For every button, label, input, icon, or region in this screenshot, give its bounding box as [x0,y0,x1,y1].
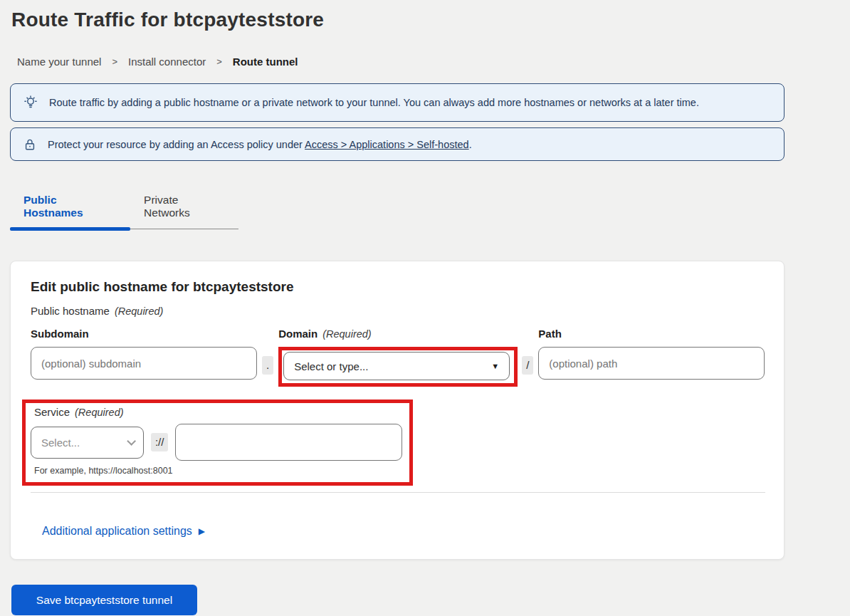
hostname-fields-row: Subdomain . Domain(Required) Select or t… [31,328,764,387]
service-url-input[interactable] [175,424,402,461]
active-tab-indicator [10,227,130,231]
service-type-value: Select... [41,437,80,449]
required-marker: (Required) [322,328,372,340]
service-controls-row: Select... :// [31,424,402,461]
info-banner-route-traffic: Route traffic by adding a public hostnam… [10,83,785,122]
domain-field: Domain(Required) Select or type... ▼ [278,328,518,387]
info-banner-text: Route traffic by adding a public hostnam… [49,97,699,108]
service-example-hint: For example, https://localhost:8001 [34,466,402,476]
breadcrumb-step-route-tunnel: Route tunnel [233,56,298,68]
triangle-right-icon: ▶ [199,526,205,536]
subdomain-field: Subdomain [31,328,257,380]
access-policy-banner: Protect your resource by adding an Acces… [10,127,785,161]
path-label: Path [538,328,765,340]
domain-select-value: Select or type... [294,360,368,372]
additional-application-settings-link[interactable]: Additional application settings ▶ [42,525,205,538]
breadcrumb: Name your tunnel > Install connector > R… [17,56,850,68]
access-policy-text: Protect your resource by adding an Acces… [48,139,472,150]
required-marker: (Required) [115,306,164,317]
card-title: Edit public hostname for btcpayteststore [31,279,764,295]
edit-public-hostname-card: Edit public hostname for btcpayteststore… [10,261,785,560]
service-type-select[interactable]: Select... [31,427,144,459]
public-hostname-label: Public hostname(Required) [31,305,764,317]
breadcrumb-step-install-connector[interactable]: Install connector [128,56,206,68]
service-label: Service(Required) [34,406,402,418]
path-input[interactable] [538,347,765,380]
save-tunnel-button[interactable]: Save btcpayteststore tunnel [11,585,197,615]
tab-private-networks[interactable]: Private Networks [130,189,238,229]
tab-bar: Public Hostnames Private Networks [10,189,238,229]
domain-annotation-box: Select or type... ▼ [278,347,518,387]
path-field: Path [538,328,765,380]
domain-select[interactable]: Select or type... ▼ [283,352,510,380]
dropdown-arrow-icon: ▼ [491,362,499,370]
subdomain-label: Subdomain [31,328,257,340]
tab-public-hostnames[interactable]: Public Hostnames [10,189,130,229]
additional-settings-label: Additional application settings [42,525,192,538]
dot-separator: . [262,356,273,375]
chevron-down-icon [127,437,136,446]
lock-icon [23,137,37,152]
breadcrumb-step-name-tunnel[interactable]: Name your tunnel [17,56,101,68]
section-divider [31,492,765,493]
access-applications-link[interactable]: Access > Applications > Self-hosted [305,139,469,150]
slash-separator: / [522,356,533,375]
required-marker: (Required) [75,407,124,418]
breadcrumb-separator: > [216,56,222,67]
route-traffic-page: Route Traffic for btcpayteststore Name y… [0,9,850,615]
subdomain-input[interactable] [31,347,257,380]
domain-label: Domain(Required) [278,328,518,340]
breadcrumb-separator: > [112,56,117,67]
protocol-separator: :// [151,433,169,451]
service-annotation-box: Service(Required) Select... :// For exam… [22,400,413,486]
lightbulb-icon [23,95,38,110]
page-title: Route Traffic for btcpayteststore [11,9,850,31]
